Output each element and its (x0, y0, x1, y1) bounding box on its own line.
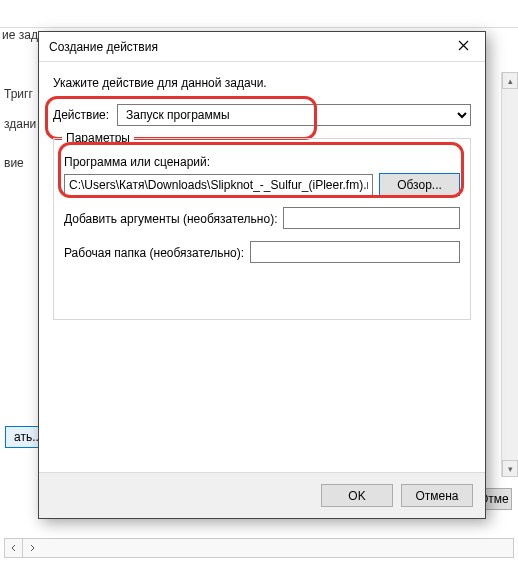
bg-btn-create: здани (4, 117, 36, 131)
arguments-label: Добавить аргументы (необязательно): (64, 212, 277, 226)
scroll-up-icon[interactable]: ▴ (502, 72, 518, 89)
dialog-button-bar: OK Отмена (39, 472, 485, 518)
bg-window-title-fragment: ие зад (2, 28, 38, 42)
close-icon (458, 40, 469, 54)
action-select[interactable]: Запуск программы (117, 104, 471, 126)
cancel-button[interactable]: Отмена (401, 484, 473, 507)
parameters-legend: Параметры (62, 131, 134, 145)
close-button[interactable] (443, 33, 483, 61)
ok-button[interactable]: OK (321, 484, 393, 507)
chevron-right-icon[interactable] (23, 539, 41, 557)
create-action-dialog: Создание действия Укажите действие для д… (38, 31, 486, 519)
workdir-label: Рабочая папка (необязательно): (64, 246, 244, 260)
dialog-title: Создание действия (49, 40, 443, 54)
arguments-input[interactable] (283, 207, 460, 229)
action-label: Действие: (53, 108, 109, 122)
parameters-group: Параметры Программа или сценарий: Обзор.… (53, 138, 471, 320)
titlebar: Создание действия (39, 32, 485, 62)
instruction-text: Укажите действие для данной задачи. (53, 76, 471, 90)
chevron-left-icon[interactable] (5, 539, 23, 557)
workdir-input[interactable] (250, 241, 460, 263)
program-label: Программа или сценарий: (64, 155, 460, 169)
bg-label-vie: вие (4, 156, 24, 170)
browse-button[interactable]: Обзор... (379, 173, 460, 196)
bg-scrollbar[interactable]: ▴ ▾ (501, 72, 518, 477)
program-input[interactable] (64, 174, 373, 196)
scroll-down-icon[interactable]: ▾ (502, 460, 518, 477)
bg-status-bar (4, 538, 514, 558)
bg-tab-trigger: Тригг (4, 87, 33, 101)
